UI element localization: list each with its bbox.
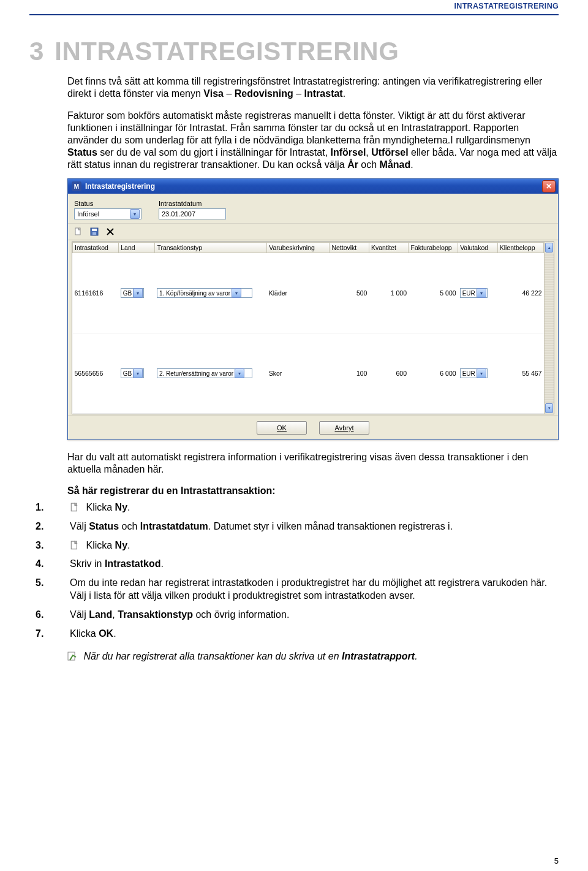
cell-land[interactable]: GB▾ xyxy=(119,253,155,333)
tip-note: När du har registrerat alla transaktione… xyxy=(67,651,559,662)
chapter-title: INTRASTATREGISTRERING xyxy=(55,39,399,64)
cell-kvant[interactable]: 1 000 xyxy=(369,253,409,333)
col-klientbelopp[interactable]: Klientbelopp xyxy=(497,243,543,253)
cell-klient[interactable]: 55 467 xyxy=(497,333,543,414)
chevron-down-icon: ▾ xyxy=(477,368,486,378)
col-varubeskrivning[interactable]: Varubeskrivning xyxy=(267,243,330,253)
new-file-icon xyxy=(70,541,80,550)
scroll-up-icon[interactable]: ▴ xyxy=(545,243,553,253)
intrastat-grid[interactable]: Intrastatkod Land Transaktionstyp Varube… xyxy=(72,242,544,414)
window-titlebar[interactable]: M Intrastatregistrering ✕ xyxy=(68,179,558,194)
land-combo[interactable]: GB▾ xyxy=(121,368,144,378)
status-value: Införsel xyxy=(77,210,99,218)
list-item: 7. Klicka OK. xyxy=(29,628,559,641)
cell-kod[interactable]: 61161616 xyxy=(73,253,119,333)
valuta-combo[interactable]: EUR▾ xyxy=(460,288,488,298)
col-fakturabelopp[interactable]: Fakturabelopp xyxy=(409,243,458,253)
toolbar xyxy=(68,223,558,240)
scroll-down-icon[interactable]: ▾ xyxy=(545,403,553,413)
steps-list: 1. Klicka Ny. 2. Välj Status och Intrast… xyxy=(29,501,559,640)
chevron-down-icon: ▾ xyxy=(477,288,486,298)
cell-land[interactable]: GB▾ xyxy=(119,333,155,414)
col-kvantitet[interactable]: Kvantitet xyxy=(369,243,409,253)
text: Klicka xyxy=(86,502,115,512)
chevron-down-icon: ▾ xyxy=(232,288,241,298)
cancel-button[interactable]: Avbryt xyxy=(319,421,369,435)
paragraph-after: Har du valt att automatiskt registrera i… xyxy=(67,451,559,476)
bold: Status xyxy=(67,147,97,158)
step-number: 2. xyxy=(29,520,70,533)
text: . xyxy=(127,540,130,550)
new-file-icon xyxy=(74,227,83,236)
text: – xyxy=(293,88,304,99)
window-close-button[interactable]: ✕ xyxy=(542,180,556,192)
delete-button[interactable] xyxy=(105,226,116,237)
text: Om du inte redan har registrerat intrast… xyxy=(70,577,559,603)
bold: År xyxy=(347,159,358,170)
col-valutakod[interactable]: Valutakod xyxy=(458,243,498,253)
cell-kvant[interactable]: 600 xyxy=(369,333,409,414)
bold: Månad xyxy=(380,159,411,170)
text: Välj xyxy=(70,609,89,620)
land-combo[interactable]: GB▾ xyxy=(121,288,144,298)
paragraph-1: Det finns två sätt att komma till regist… xyxy=(67,75,559,100)
header-rule xyxy=(29,14,559,15)
bold: Intrastat xyxy=(304,88,343,99)
bold: Intrastatkod xyxy=(105,558,161,569)
cell-belopp[interactable]: 6 000 xyxy=(409,333,458,414)
text: . xyxy=(160,558,163,569)
bold: Intrastatdatum xyxy=(140,521,208,531)
text: och övrig information. xyxy=(193,609,289,620)
vertical-scrollbar[interactable]: ▴ ▾ xyxy=(544,242,554,414)
typ-combo[interactable]: 2. Retur/ersättning av varor▾ xyxy=(157,368,252,378)
valuta-combo[interactable]: EUR▾ xyxy=(460,368,488,378)
cell-klient[interactable]: 46 222 xyxy=(497,253,543,333)
status-combo[interactable]: Införsel ▾ xyxy=(74,208,141,219)
list-item: 6. Välj Land, Transaktionstyp och övrig … xyxy=(29,609,559,622)
bold: Ny xyxy=(115,540,127,550)
chevron-down-icon: ▾ xyxy=(130,209,140,219)
col-nettovikt[interactable]: Nettovikt xyxy=(330,243,369,253)
dialog-button-bar: OK Avbryt xyxy=(68,416,558,439)
new-button[interactable] xyxy=(73,226,84,237)
cell-typ[interactable]: 1. Köp/försäljning av varor▾ xyxy=(155,253,267,333)
text: . Datumet styr i vilken månad transaktio… xyxy=(208,521,453,531)
tip-icon xyxy=(67,652,77,661)
ok-label: OK xyxy=(277,424,287,432)
delete-icon xyxy=(106,227,115,236)
cell-vikt[interactable]: 100 xyxy=(330,333,369,414)
text: ser du de val som du gjort i inställning… xyxy=(97,147,331,158)
text: – xyxy=(224,88,235,99)
text: När du har registrerat alla transaktione… xyxy=(83,651,342,661)
step-number: 7. xyxy=(29,628,70,641)
date-field[interactable]: 23.01.2007 xyxy=(159,208,226,219)
list-item: 4. Skriv in Intrastatkod. xyxy=(29,558,559,571)
text: , xyxy=(366,147,371,158)
table-row[interactable]: 56565656 GB▾ 2. Retur/ersättning av varo… xyxy=(73,333,544,414)
typ-combo[interactable]: 1. Köp/försäljning av varor▾ xyxy=(157,288,252,298)
cell-kod[interactable]: 56565656 xyxy=(73,333,119,414)
cell-val[interactable]: EUR▾ xyxy=(458,253,498,333)
col-intrastatkod[interactable]: Intrastatkod xyxy=(73,243,119,253)
scroll-track[interactable] xyxy=(545,253,554,403)
cell-vikt[interactable]: 500 xyxy=(330,253,369,333)
close-icon: ✕ xyxy=(546,182,552,191)
chapter-heading: 3 INTRASTATREGISTRERING xyxy=(29,39,559,64)
cell-typ[interactable]: 2. Retur/ersättning av varor▾ xyxy=(155,333,267,414)
col-transaktionstyp[interactable]: Transaktionstyp xyxy=(155,243,267,253)
col-land[interactable]: Land xyxy=(119,243,155,253)
cell-besk[interactable]: Skor xyxy=(267,333,330,414)
cell-val[interactable]: EUR▾ xyxy=(458,333,498,414)
save-button[interactable] xyxy=(89,226,100,237)
cancel-label: Avbryt xyxy=(335,424,354,432)
ok-button[interactable]: OK xyxy=(257,421,307,435)
text: Klicka xyxy=(70,628,99,639)
page-number: 5 xyxy=(554,856,559,865)
cell-besk[interactable]: Kläder xyxy=(267,253,330,333)
table-row[interactable]: 61161616 GB▾ 1. Köp/försäljning av varor… xyxy=(73,253,544,333)
bold: Redovisning xyxy=(235,88,293,99)
text: Klicka xyxy=(86,540,115,550)
cell-belopp[interactable]: 5 000 xyxy=(409,253,458,333)
svg-rect-2 xyxy=(92,229,97,231)
list-item: 5. Om du inte redan har registrerat intr… xyxy=(29,577,559,603)
